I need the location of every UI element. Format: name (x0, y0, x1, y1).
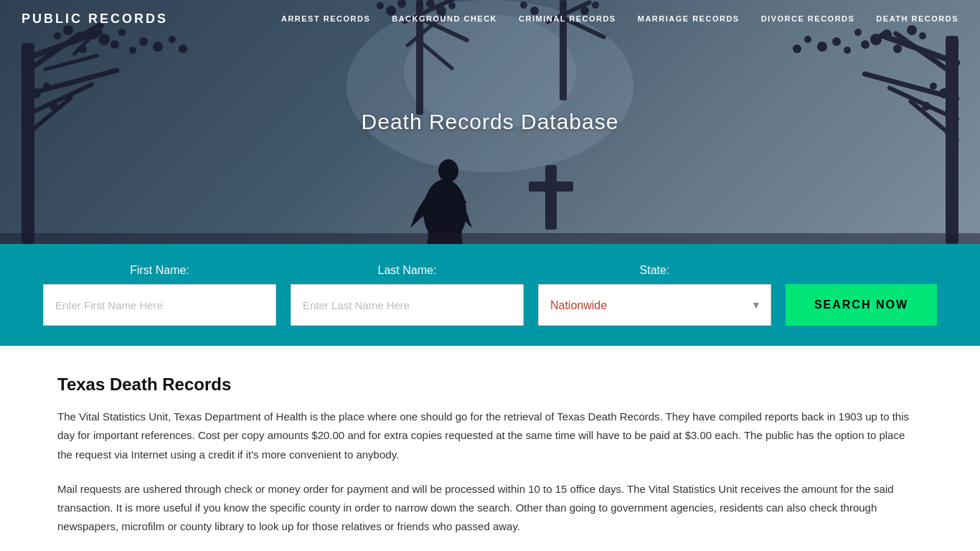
first-name-field: First Name: (43, 264, 276, 326)
nav-item-marriage-records[interactable]: MARRIAGE RECORDS (638, 14, 740, 23)
hero-title: Death Records Database (362, 110, 619, 134)
first-name-label: First Name: (43, 264, 276, 277)
article-paragraph-1: The Vital Statistics Unit, Texas Departm… (57, 408, 923, 464)
last-name-label: Last Name: (291, 264, 524, 277)
state-select[interactable]: NationwideAlabamaAlaskaArizonaArkansasCa… (538, 284, 771, 326)
state-field: State: NationwideAlabamaAlaskaArizonaArk… (538, 264, 771, 326)
last-name-input[interactable] (291, 284, 524, 326)
nav-item-death-records[interactable]: DEATH RECORDS (876, 14, 958, 23)
nav-item-arrest-records[interactable]: ARREST RECORDS (281, 14, 370, 23)
state-label: State: (538, 264, 771, 277)
article-paragraph-2: Mail requests are ushered through check … (57, 480, 923, 537)
search-button[interactable]: SEARCH NOW (786, 284, 937, 326)
nav-item-background-check[interactable]: BACKGROUND CHECK (392, 14, 497, 23)
article-heading: Texas Death Records (57, 375, 923, 395)
nav-item-divorce-records[interactable]: DIVORCE RECORDS (761, 14, 855, 23)
first-name-input[interactable] (43, 284, 276, 326)
article-content: Texas Death Records The Vital Statistics… (0, 346, 980, 551)
state-select-wrapper: NationwideAlabamaAlaskaArizonaArkansasCa… (538, 284, 771, 326)
last-name-field: Last Name: (291, 264, 524, 326)
site-header: PUBLIC RECORDS ARREST RECORDSBACKGROUND … (0, 0, 980, 37)
site-logo[interactable]: PUBLIC RECORDS (22, 11, 168, 27)
nav-item-criminal-records[interactable]: CRIMINAL RECORDS (519, 14, 616, 23)
search-bar: First Name: Last Name: State: Nationwide… (0, 244, 980, 346)
main-nav: ARREST RECORDSBACKGROUND CHECKCRIMINAL R… (281, 14, 958, 23)
